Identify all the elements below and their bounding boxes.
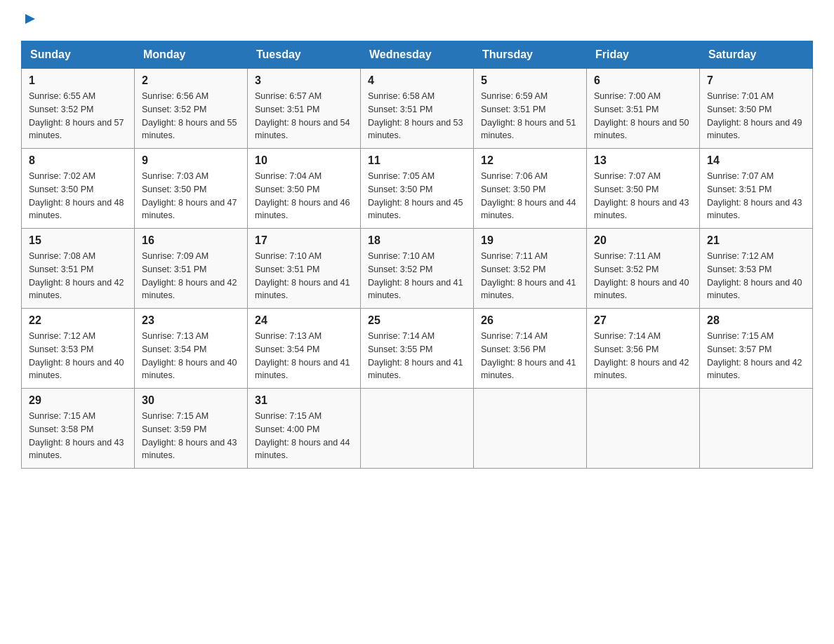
day-number: 28 bbox=[707, 314, 805, 327]
svg-marker-0 bbox=[25, 14, 35, 24]
page-header bbox=[21, 14, 813, 27]
day-info: Sunrise: 7:12 AM Sunset: 3:53 PM Dayligh… bbox=[707, 250, 805, 302]
calendar-cell bbox=[361, 389, 474, 469]
calendar-header-row: SundayMondayTuesdayWednesdayThursdayFrid… bbox=[22, 41, 813, 69]
day-number: 9 bbox=[142, 154, 240, 167]
calendar-week-row: 8 Sunrise: 7:02 AM Sunset: 3:50 PM Dayli… bbox=[22, 149, 813, 229]
day-number: 12 bbox=[481, 154, 579, 167]
calendar-cell: 22 Sunrise: 7:12 AM Sunset: 3:53 PM Dayl… bbox=[22, 309, 135, 389]
calendar-cell: 19 Sunrise: 7:11 AM Sunset: 3:52 PM Dayl… bbox=[474, 229, 587, 309]
calendar-cell: 24 Sunrise: 7:13 AM Sunset: 3:54 PM Dayl… bbox=[248, 309, 361, 389]
calendar-table: SundayMondayTuesdayWednesdayThursdayFrid… bbox=[21, 41, 813, 469]
day-info: Sunrise: 6:58 AM Sunset: 3:51 PM Dayligh… bbox=[368, 90, 466, 142]
day-number: 11 bbox=[368, 154, 466, 167]
day-info: Sunrise: 7:11 AM Sunset: 3:52 PM Dayligh… bbox=[594, 250, 692, 302]
day-info: Sunrise: 6:56 AM Sunset: 3:52 PM Dayligh… bbox=[142, 90, 240, 142]
day-info: Sunrise: 6:57 AM Sunset: 3:51 PM Dayligh… bbox=[255, 90, 353, 142]
day-number: 24 bbox=[255, 314, 353, 327]
day-number: 10 bbox=[255, 154, 353, 167]
day-number: 19 bbox=[481, 234, 579, 247]
day-number: 18 bbox=[368, 234, 466, 247]
calendar-cell: 17 Sunrise: 7:10 AM Sunset: 3:51 PM Dayl… bbox=[248, 229, 361, 309]
day-info: Sunrise: 7:13 AM Sunset: 3:54 PM Dayligh… bbox=[255, 330, 353, 382]
calendar-header-friday: Friday bbox=[587, 41, 700, 69]
day-info: Sunrise: 7:14 AM Sunset: 3:56 PM Dayligh… bbox=[481, 330, 579, 382]
day-number: 3 bbox=[255, 74, 353, 87]
calendar-cell: 3 Sunrise: 6:57 AM Sunset: 3:51 PM Dayli… bbox=[248, 69, 361, 149]
day-number: 16 bbox=[142, 234, 240, 247]
day-number: 14 bbox=[707, 154, 805, 167]
day-number: 4 bbox=[368, 74, 466, 87]
day-info: Sunrise: 7:04 AM Sunset: 3:50 PM Dayligh… bbox=[255, 170, 353, 222]
day-info: Sunrise: 7:07 AM Sunset: 3:51 PM Dayligh… bbox=[707, 170, 805, 222]
calendar-header-wednesday: Wednesday bbox=[361, 41, 474, 69]
day-info: Sunrise: 7:13 AM Sunset: 3:54 PM Dayligh… bbox=[142, 330, 240, 382]
day-info: Sunrise: 7:03 AM Sunset: 3:50 PM Dayligh… bbox=[142, 170, 240, 222]
day-number: 21 bbox=[707, 234, 805, 247]
day-info: Sunrise: 7:09 AM Sunset: 3:51 PM Dayligh… bbox=[142, 250, 240, 302]
calendar-cell: 9 Sunrise: 7:03 AM Sunset: 3:50 PM Dayli… bbox=[135, 149, 248, 229]
day-number: 8 bbox=[29, 154, 127, 167]
calendar-week-row: 1 Sunrise: 6:55 AM Sunset: 3:52 PM Dayli… bbox=[22, 69, 813, 149]
calendar-week-row: 22 Sunrise: 7:12 AM Sunset: 3:53 PM Dayl… bbox=[22, 309, 813, 389]
calendar-cell: 1 Sunrise: 6:55 AM Sunset: 3:52 PM Dayli… bbox=[22, 69, 135, 149]
day-info: Sunrise: 7:00 AM Sunset: 3:51 PM Dayligh… bbox=[594, 90, 692, 142]
day-number: 27 bbox=[594, 314, 692, 327]
calendar-cell bbox=[700, 389, 813, 469]
day-info: Sunrise: 7:10 AM Sunset: 3:52 PM Dayligh… bbox=[368, 250, 466, 302]
calendar-cell: 26 Sunrise: 7:14 AM Sunset: 3:56 PM Dayl… bbox=[474, 309, 587, 389]
day-number: 23 bbox=[142, 314, 240, 327]
day-info: Sunrise: 7:15 AM Sunset: 3:57 PM Dayligh… bbox=[707, 330, 805, 382]
day-info: Sunrise: 7:01 AM Sunset: 3:50 PM Dayligh… bbox=[707, 90, 805, 142]
day-number: 13 bbox=[594, 154, 692, 167]
calendar-week-row: 15 Sunrise: 7:08 AM Sunset: 3:51 PM Dayl… bbox=[22, 229, 813, 309]
day-number: 29 bbox=[29, 394, 127, 407]
calendar-cell: 14 Sunrise: 7:07 AM Sunset: 3:51 PM Dayl… bbox=[700, 149, 813, 229]
calendar-header-monday: Monday bbox=[135, 41, 248, 69]
day-number: 30 bbox=[142, 394, 240, 407]
calendar-cell bbox=[474, 389, 587, 469]
calendar-cell: 30 Sunrise: 7:15 AM Sunset: 3:59 PM Dayl… bbox=[135, 389, 248, 469]
calendar-cell: 23 Sunrise: 7:13 AM Sunset: 3:54 PM Dayl… bbox=[135, 309, 248, 389]
calendar-cell: 10 Sunrise: 7:04 AM Sunset: 3:50 PM Dayl… bbox=[248, 149, 361, 229]
day-info: Sunrise: 6:59 AM Sunset: 3:51 PM Dayligh… bbox=[481, 90, 579, 142]
day-number: 5 bbox=[481, 74, 579, 87]
day-info: Sunrise: 7:06 AM Sunset: 3:50 PM Dayligh… bbox=[481, 170, 579, 222]
day-number: 22 bbox=[29, 314, 127, 327]
day-number: 17 bbox=[255, 234, 353, 247]
day-info: Sunrise: 7:02 AM Sunset: 3:50 PM Dayligh… bbox=[29, 170, 127, 222]
calendar-header-saturday: Saturday bbox=[700, 41, 813, 69]
calendar-cell: 29 Sunrise: 7:15 AM Sunset: 3:58 PM Dayl… bbox=[22, 389, 135, 469]
calendar-header-sunday: Sunday bbox=[22, 41, 135, 69]
calendar-cell: 5 Sunrise: 6:59 AM Sunset: 3:51 PM Dayli… bbox=[474, 69, 587, 149]
calendar-cell: 31 Sunrise: 7:15 AM Sunset: 4:00 PM Dayl… bbox=[248, 389, 361, 469]
calendar-cell: 21 Sunrise: 7:12 AM Sunset: 3:53 PM Dayl… bbox=[700, 229, 813, 309]
day-info: Sunrise: 7:12 AM Sunset: 3:53 PM Dayligh… bbox=[29, 330, 127, 382]
day-info: Sunrise: 7:07 AM Sunset: 3:50 PM Dayligh… bbox=[594, 170, 692, 222]
calendar-header-tuesday: Tuesday bbox=[248, 41, 361, 69]
day-info: Sunrise: 7:15 AM Sunset: 3:59 PM Dayligh… bbox=[142, 410, 240, 462]
calendar-cell: 2 Sunrise: 6:56 AM Sunset: 3:52 PM Dayli… bbox=[135, 69, 248, 149]
day-number: 7 bbox=[707, 74, 805, 87]
calendar-cell: 11 Sunrise: 7:05 AM Sunset: 3:50 PM Dayl… bbox=[361, 149, 474, 229]
calendar-cell: 25 Sunrise: 7:14 AM Sunset: 3:55 PM Dayl… bbox=[361, 309, 474, 389]
calendar-header-thursday: Thursday bbox=[474, 41, 587, 69]
calendar-cell: 20 Sunrise: 7:11 AM Sunset: 3:52 PM Dayl… bbox=[587, 229, 700, 309]
day-info: Sunrise: 7:14 AM Sunset: 3:56 PM Dayligh… bbox=[594, 330, 692, 382]
logo-arrow-icon bbox=[22, 11, 38, 27]
day-number: 26 bbox=[481, 314, 579, 327]
day-number: 31 bbox=[255, 394, 353, 407]
calendar-cell: 28 Sunrise: 7:15 AM Sunset: 3:57 PM Dayl… bbox=[700, 309, 813, 389]
calendar-cell: 8 Sunrise: 7:02 AM Sunset: 3:50 PM Dayli… bbox=[22, 149, 135, 229]
day-number: 20 bbox=[594, 234, 692, 247]
day-info: Sunrise: 7:15 AM Sunset: 4:00 PM Dayligh… bbox=[255, 410, 353, 462]
day-number: 6 bbox=[594, 74, 692, 87]
calendar-cell: 6 Sunrise: 7:00 AM Sunset: 3:51 PM Dayli… bbox=[587, 69, 700, 149]
day-info: Sunrise: 6:55 AM Sunset: 3:52 PM Dayligh… bbox=[29, 90, 127, 142]
day-info: Sunrise: 7:15 AM Sunset: 3:58 PM Dayligh… bbox=[29, 410, 127, 462]
calendar-cell: 27 Sunrise: 7:14 AM Sunset: 3:56 PM Dayl… bbox=[587, 309, 700, 389]
calendar-cell: 16 Sunrise: 7:09 AM Sunset: 3:51 PM Dayl… bbox=[135, 229, 248, 309]
calendar-cell bbox=[587, 389, 700, 469]
day-info: Sunrise: 7:05 AM Sunset: 3:50 PM Dayligh… bbox=[368, 170, 466, 222]
calendar-cell: 15 Sunrise: 7:08 AM Sunset: 3:51 PM Dayl… bbox=[22, 229, 135, 309]
